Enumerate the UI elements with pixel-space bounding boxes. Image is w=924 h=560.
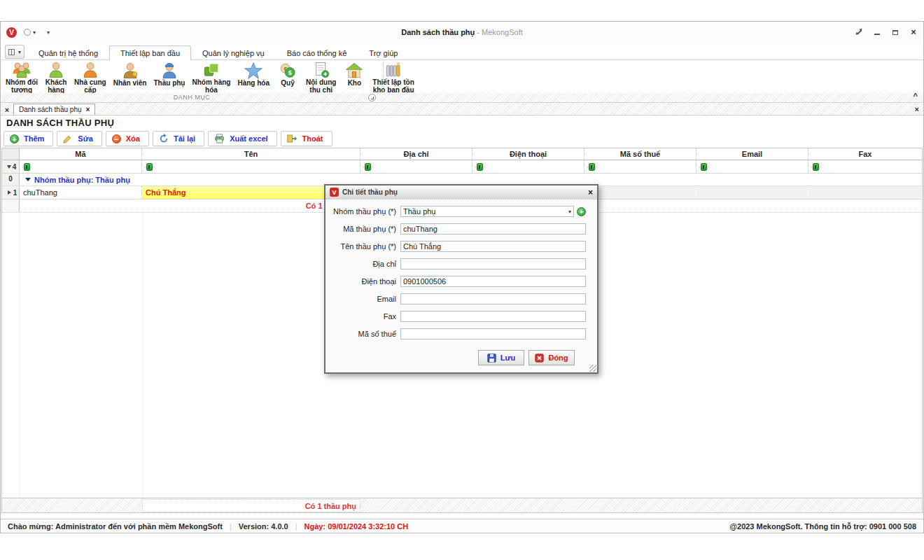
ma-thau-phu-field[interactable] [400,223,586,234]
field-label-email: Email [332,295,400,303]
product-star-icon [244,61,262,80]
exit-button[interactable]: Thoát [281,131,332,146]
dien-thoai-field[interactable] [400,276,586,287]
ribbon-item-quy[interactable]: €$ Quỹ [273,60,302,94]
ribbon-item-noi-dung-thu-chi[interactable]: Nội dung thu chi [302,60,340,94]
reload-button-label: Tải lại [174,134,195,143]
ribbon-tab-quan-ly-nghiep-vu[interactable]: Quản lý nghiệp vụ [191,46,276,60]
ten-thau-phu-field[interactable] [400,241,586,252]
column-header-ten[interactable]: Tên [142,148,360,160]
column-header-fax[interactable]: Fax [808,148,922,160]
minimize-button[interactable] [873,28,881,36]
nhom-thau-phu-combobox[interactable]: Thầu phụ ▾ [400,206,574,217]
tabstrip-close-icon[interactable]: × [1,104,13,115]
group-collapse-icon[interactable] [25,178,31,181]
filter-cell-ten[interactable]: ‹› [142,160,360,173]
ribbon-tab-tro-giup[interactable]: Trợ giúp [358,46,409,60]
grid-header-row: Mã Tên Địa chỉ Điện thoại Mã số thuế Ema… [2,148,922,160]
column-header-ma[interactable]: Mã [20,148,142,160]
field-label-dien-thoai: Điện thoại [332,277,400,286]
delete-button[interactable]: − Xóa [106,131,149,146]
filter-edit-icon [701,163,707,171]
resize-grip[interactable] [589,365,596,372]
chevron-down-icon[interactable]: ▾ [568,209,571,215]
filter-cell-fax[interactable]: ‹› [808,160,922,173]
field-label-ma-so-thue: Mã số thuế [332,330,400,338]
detail-dialog: V Chi tiết thầu phụ × Nhóm thầu phụ (*) … [324,184,598,374]
chevron-down-icon[interactable]: ▾ [33,29,36,36]
action-toolbar: + Thêm Sửa − Xóa Tải lại Xuất excel Th [1,130,923,148]
ribbon-tab-quan-tri-he-thong[interactable]: Quản trị hệ thống [27,46,109,60]
app-logo-icon: V [6,27,17,38]
ribbon-tab-bao-cao-thong-ke[interactable]: Báo cáo thống kê [276,46,358,60]
status-bar: Chào mừng: Administrator đến với phần mề… [1,519,923,533]
fullscreen-button[interactable] [855,28,863,36]
tab-close-icon[interactable]: × [86,106,90,113]
close-dialog-button[interactable]: Đóng [528,350,575,365]
ribbon-collapse-icon[interactable]: ^ [913,92,918,100]
close-button[interactable]: × [909,28,918,36]
dia-chi-field[interactable] [400,258,586,270]
ribbon-item-label: Quỹ [281,80,294,88]
cell-fax[interactable] [808,186,922,199]
tabstrip-right-close-icon[interactable]: × [915,105,919,113]
refresh-icon [159,134,169,144]
cell-email[interactable] [696,186,808,199]
add-group-button[interactable]: + [577,207,586,216]
filter-cell-ma[interactable]: ‹› [20,160,142,173]
quick-access-icon[interactable] [24,29,31,36]
filter-cell-dien-thoai[interactable]: ‹› [472,160,584,173]
dialog-body: Nhóm thầu phụ (*) Thầu phụ ▾ + Mã thầu p… [326,200,597,372]
filter-cell-email[interactable]: ‹› [696,160,808,173]
email-field[interactable] [400,293,586,304]
pencil-icon [63,134,73,144]
ribbon-tab-thiet-lap-ban-dau[interactable]: Thiết lập ban đầu [109,46,191,60]
export-button-label: Xuất excel [230,134,267,143]
column-header-dien-thoai[interactable]: Điện thoại [472,148,584,160]
add-button[interactable]: + Thêm [4,131,53,146]
cell-ma-so-thue[interactable] [584,186,696,199]
filter-cell-dia-chi[interactable]: ‹› [360,160,472,173]
ribbon-item-thau-phu[interactable]: Thầu phụ [150,60,188,94]
restore-button[interactable] [891,28,899,36]
ribbon-item-nha-cung-cap[interactable]: Nhà cung cấp [71,60,110,94]
ribbon-item-nhan-vien[interactable]: Nhân viên [110,60,150,94]
edit-button[interactable]: Sửa [57,131,102,146]
ribbon-tab-row: ▾ Quản trị hệ thống Thiết lập ban đầu Qu… [1,43,923,60]
supplier-icon [81,61,99,79]
qat-customize-icon[interactable]: ▾ [47,29,50,36]
dialog-titlebar[interactable]: V Chi tiết thầu phụ × [326,186,597,200]
ribbon-item-nhom-hang-hoa[interactable]: Nhóm hàng hóa [188,60,234,94]
app-menu-button[interactable]: ▾ [5,45,24,59]
window-title-main: Danh sách thầu phụ [401,28,475,36]
ribbon-item-label: Nhóm đối tượng [6,79,38,94]
filter-edit-icon [477,163,483,171]
ma-so-thue-field[interactable] [400,328,586,340]
reload-button[interactable]: Tải lại [153,131,204,146]
fax-field[interactable] [400,311,586,322]
field-label-ten-thau-phu: Tên thầu phụ (*) [332,242,400,251]
filter-cell-ma-so-thue[interactable]: ‹› [584,160,696,173]
grid-footer: Có 1 thầu phụ [2,498,922,512]
column-header-ma-so-thue[interactable]: Mã số thuế [584,148,696,160]
ribbon-item-hang-hoa[interactable]: Hàng hóa [234,60,273,94]
save-button[interactable]: Lưu [478,350,524,365]
ribbon-item-nhom-doi-tuong[interactable]: Nhóm đối tượng [2,60,41,94]
customer-icon [47,61,65,79]
export-excel-button[interactable]: Xuất excel [208,131,276,146]
employee-icon [121,61,139,80]
group-dialog-launcher-icon[interactable] [368,94,376,102]
ribbon-group-danh-muc: Nhóm đối tượng Khách hàng Nhà cung cấp N… [1,59,923,93]
ribbon-item-kho[interactable]: Kho [340,60,369,94]
ribbon-item-thiet-lap-ton-kho[interactable]: Thiết lập tồn kho ban đầu [369,60,417,94]
status-welcome: Chào mừng: Administrator đến với phần mề… [8,522,223,531]
column-header-dia-chi[interactable]: Địa chỉ [360,148,472,160]
dialog-close-icon[interactable]: × [588,189,593,196]
warehouse-icon [345,61,363,80]
receipt-content-icon [312,61,330,79]
field-label-ma-thau-phu: Mã thầu phụ (*) [332,225,400,233]
tab-danh-sach-thau-phu[interactable]: Danh sách thầu phụ × [13,104,95,115]
column-header-email[interactable]: Email [696,148,808,160]
ribbon-item-khach-hang[interactable]: Khách hàng [41,60,71,94]
cell-ma[interactable]: chuThang [20,186,142,199]
